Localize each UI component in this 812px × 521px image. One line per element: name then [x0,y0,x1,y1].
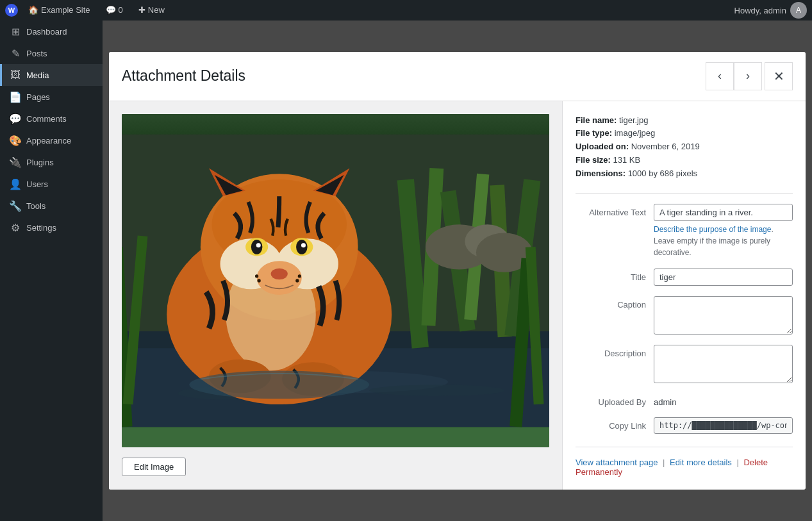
admin-bar-new[interactable]: ✚ New [133,0,170,21]
attachment-details-modal: Attachment Details ‹ › ✕ [109,52,806,490]
file-size-row: File size: 131 KB [576,154,793,167]
file-type-row: File type: image/jpeg [576,127,793,140]
file-dimensions-value: 1000 by 686 pixels [628,169,697,178]
users-icon: 👤 [10,178,21,190]
main-content: Attachment Details ‹ › ✕ [103,21,812,521]
admin-bar-comments[interactable]: 💬 0 [101,0,128,21]
file-uploaded-value: November 6, 2019 [631,142,700,151]
caption-input[interactable] [654,296,793,335]
svg-point-28 [301,243,306,247]
description-label: Description [576,345,646,358]
svg-point-22 [271,268,288,279]
file-uploaded-row: Uploaded on: November 6, 2019 [576,140,793,154]
file-type-value: image/jpeg [615,128,656,138]
home-icon: 🏠 [28,0,38,21]
pages-icon: 📄 [10,91,21,103]
new-icon: ✚ [138,0,145,21]
media-icon: 🖼 [10,69,21,81]
file-uploaded-label: Uploaded on: [576,142,629,151]
prev-attachment-button[interactable]: ‹ [706,62,734,90]
sidebar-item-pages[interactable]: 📄 Pages [0,86,103,108]
sidebar-item-label: Appearance [26,136,71,145]
sidebar-item-dashboard[interactable]: ⊞ Dashboard [0,21,103,42]
svg-point-25 [251,239,263,254]
sidebar-item-label: Dashboard [26,27,67,37]
sidebar-item-users[interactable]: 👤 Users [0,173,103,195]
sidebar-item-tools[interactable]: 🔧 Tools [0,195,103,217]
plugins-icon: 🔌 [10,156,21,168]
file-dimensions-row: Dimensions: 1000 by 686 pixels [576,167,793,181]
sidebar-item-label: Plugins [26,158,54,167]
footer-links: View attachment page | Edit more details… [576,447,793,477]
svg-point-31 [298,274,301,277]
alt-text-input[interactable] [654,204,793,221]
admin-bar-site[interactable]: 🏠 Example Site [23,0,95,21]
sidebar-item-settings[interactable]: ⚙ Settings [0,217,103,238]
attachment-preview [122,114,549,447]
wp-logo[interactable]: W [5,4,18,17]
modal-body: Edit Image File name: tiger.jpg File typ… [109,101,806,490]
tiger-svg [122,114,549,447]
file-name-label: File name: [576,115,617,125]
title-input[interactable] [654,269,793,286]
sidebar-item-posts[interactable]: ✎ Posts [0,42,103,64]
svg-point-32 [295,279,299,282]
svg-point-39 [189,370,369,399]
svg-point-29 [255,274,258,277]
next-attachment-button[interactable]: › [734,62,762,90]
alt-text-hint: Describe the purpose of the image. Leave… [654,224,793,258]
modal-image-area: Edit Image [109,101,562,490]
image-container: Edit Image [122,114,549,476]
file-size-label: File size: [576,155,611,165]
sidebar: ⊞ Dashboard ✎ Posts 🖼 Media 📄 Pages 💬 Co… [0,21,103,521]
caption-label: Caption [576,296,646,310]
description-input[interactable] [654,345,793,383]
title-row: Title [576,269,793,286]
uploaded-by-label: Uploaded By [576,393,646,407]
description-row: Description [576,345,793,383]
alt-text-link[interactable]: Describe the purpose of the image [654,225,771,234]
alt-text-field-wrapper: Describe the purpose of the image. Leave… [654,204,793,258]
title-label: Title [576,269,646,282]
sidebar-item-plugins[interactable]: 🔌 Plugins [0,151,103,173]
close-modal-button[interactable]: ✕ [765,62,793,90]
sidebar-item-label: Posts [26,49,47,58]
file-name-row: File name: tiger.jpg [576,114,793,128]
alt-text-label: Alternative Text [576,204,646,217]
admin-bar-user[interactable]: Howdy, admin A [734,2,807,19]
edit-more-details-link[interactable]: Edit more details [670,458,732,467]
sidebar-item-media[interactable]: 🖼 Media [0,64,103,86]
sidebar-item-comments[interactable]: 💬 Comments [0,108,103,129]
copy-link-row: Copy Link [576,417,793,434]
comments-icon: 💬 [106,0,116,21]
sidebar-item-appearance[interactable]: 🎨 Appearance [0,129,103,151]
divider [576,193,793,194]
admin-bar: W 🏠 Example Site 💬 0 ✚ New Howdy, admin … [0,0,812,21]
sidebar-item-label: Tools [26,201,46,211]
modal-title: Attachment Details [122,67,706,85]
alt-text-row: Alternative Text Describe the purpose of… [576,204,793,258]
appearance-icon: 🎨 [10,135,21,146]
file-type-label: File type: [576,128,612,138]
avatar: A [790,2,807,19]
view-attachment-link[interactable]: View attachment page [576,458,658,467]
dashboard-icon: ⊞ [10,26,21,37]
uploaded-by-value: admin [654,393,793,407]
posts-icon: ✎ [10,47,21,59]
copy-link-input[interactable] [654,417,793,434]
modal-overlay: Attachment Details ‹ › ✕ [103,21,812,521]
svg-point-5 [369,385,504,396]
edit-image-button[interactable]: Edit Image [122,458,186,476]
uploaded-by-row: Uploaded By admin [576,393,793,407]
file-size-value: 131 KB [613,155,641,165]
caption-row: Caption [576,296,793,335]
comments-sidebar-icon: 💬 [10,113,21,124]
admin-bar-right: Howdy, admin A [734,2,807,19]
svg-point-27 [256,243,261,247]
tools-icon: 🔧 [10,200,21,211]
modal-details-panel: File name: tiger.jpg File type: image/jp… [562,101,806,490]
svg-point-30 [258,279,261,282]
svg-point-26 [296,239,308,254]
file-info: File name: tiger.jpg File type: image/jp… [576,114,793,181]
file-dimensions-label: Dimensions: [576,169,626,178]
